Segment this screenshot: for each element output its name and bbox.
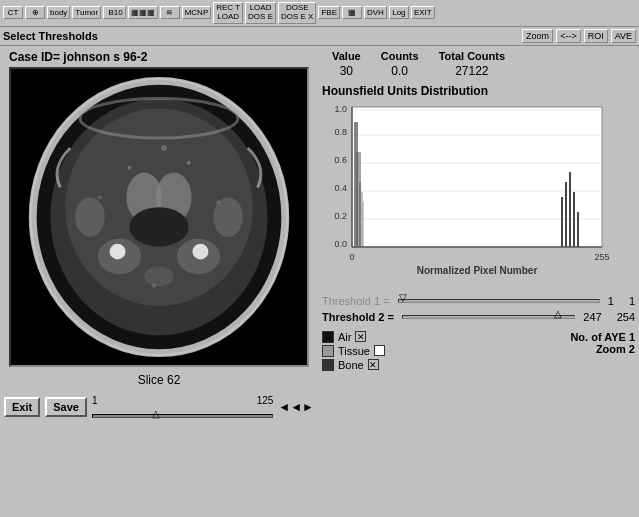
info-panel: No. of AYE 1 Zoom 2 — [570, 331, 635, 371]
toolbar: CT ⊕ body Tumor B10 ▦▦▦ ≋ MCNP REC TLOAD… — [0, 0, 639, 46]
nav-btn[interactable]: <--> — [556, 29, 581, 43]
legend: Air ✕ Tissue Bone ✕ — [322, 331, 385, 371]
load-btn[interactable]: LOADDOS E — [245, 2, 276, 24]
slider-labels: 1 125 — [92, 395, 273, 406]
value-col: Value 30 — [332, 50, 361, 78]
value-value: 30 — [340, 64, 353, 78]
threshold1-label: Threshold 1 = — [322, 295, 390, 307]
svg-text:0.4: 0.4 — [334, 183, 347, 193]
svg-rect-22 — [352, 107, 602, 247]
plus-btn[interactable]: ⊕ — [25, 6, 45, 19]
threshold1-row: Threshold 1 = ▽ 1 1 — [322, 295, 635, 307]
body-btn[interactable]: body — [47, 6, 70, 19]
left-panel: Case ID= johnson s 96-2 — [4, 50, 314, 420]
svg-point-15 — [127, 165, 131, 169]
total-counts-header: Total Counts — [439, 50, 505, 62]
counts-header: Counts — [381, 50, 419, 62]
slider-track[interactable]: △ — [92, 414, 273, 418]
svg-text:1.0: 1.0 — [334, 104, 347, 114]
tissue-swatch — [322, 345, 334, 357]
exit-toolbar-btn[interactable]: EXIT — [411, 6, 435, 19]
svg-text:0.2: 0.2 — [334, 211, 347, 221]
ct-btn[interactable]: CT — [3, 6, 23, 19]
dose-btn[interactable]: DOSEDOS E X — [278, 2, 316, 24]
legend-tissue: Tissue — [322, 345, 385, 357]
fbe-btn[interactable]: FBE — [318, 6, 340, 19]
total-counts-col: Total Counts 27122 — [439, 50, 505, 78]
svg-point-11 — [193, 243, 209, 259]
chart-svg: 0.0 0.2 0.4 0.6 0.8 1.0 — [322, 102, 612, 292]
svg-point-20 — [152, 284, 156, 288]
dvh-btn[interactable]: DVH — [364, 6, 387, 19]
stats-row: Value 30 Counts 0.0 Total Counts 27122 — [332, 50, 635, 78]
no-of-aye: No. of AYE 1 — [570, 331, 635, 343]
svg-text:0.0: 0.0 — [334, 239, 347, 249]
svg-point-7 — [129, 207, 188, 246]
svg-rect-41 — [358, 152, 361, 247]
threshold2-values: 247 254 — [583, 311, 635, 323]
grid-btn[interactable]: ▦▦▦ — [128, 6, 158, 19]
bone-checkbox[interactable]: ✕ — [368, 359, 379, 370]
bone-swatch — [322, 359, 334, 371]
main-content: Case ID= johnson s 96-2 — [0, 46, 639, 424]
threshold1-triangle[interactable]: ▽ — [399, 292, 407, 303]
svg-rect-40 — [354, 122, 358, 247]
svg-text:0: 0 — [349, 252, 354, 262]
chart-container: 0.0 0.2 0.4 0.6 0.8 1.0 — [322, 102, 612, 292]
svg-text:Normalized Pixel Number: Normalized Pixel Number — [417, 265, 538, 276]
arrow-buttons[interactable]: ◄◄► — [278, 400, 314, 414]
value-header: Value — [332, 50, 361, 62]
log-btn[interactable]: Log — [389, 6, 409, 19]
toolbar-row2: Select Thresholds Zoom <--> ROI AVE — [0, 27, 639, 45]
lines-btn[interactable]: ≋ — [160, 6, 180, 19]
slider-area: Exit Save 1 125 △ ◄◄► — [4, 395, 314, 420]
air-swatch — [322, 331, 334, 343]
svg-text:0.6: 0.6 — [334, 155, 347, 165]
mcnp-btn[interactable]: MCNP — [182, 6, 212, 19]
legend-bone: Bone ✕ — [322, 359, 385, 371]
case-id: Case ID= johnson s 96-2 — [9, 50, 147, 64]
ct-image-svg — [11, 69, 307, 365]
svg-text:255: 255 — [594, 252, 609, 262]
right-panel: Value 30 Counts 0.0 Total Counts 27122 H… — [322, 50, 635, 420]
threshold2-track[interactable]: △ — [402, 315, 575, 319]
threshold2-label: Threshold 2 = — [322, 311, 394, 323]
tissue-checkbox[interactable] — [374, 345, 385, 356]
total-counts-value: 27122 — [455, 64, 488, 78]
threshold2-row: Threshold 2 = △ 247 254 — [322, 311, 635, 323]
counts-col: Counts 0.0 — [381, 50, 419, 78]
zoom-btn[interactable]: Zoom — [522, 29, 553, 43]
threshold2-triangle[interactable]: △ — [554, 308, 562, 319]
tumor-btn[interactable]: Tumor — [72, 6, 101, 19]
bone-label: Bone — [338, 359, 364, 371]
air-label: Air — [338, 331, 351, 343]
exit-button[interactable]: Exit — [4, 397, 40, 417]
bottom-right: Air ✕ Tissue Bone ✕ No. of AYE 1 Zoom 2 — [322, 331, 635, 371]
threshold2-val1: 247 — [583, 311, 601, 323]
svg-point-13 — [75, 197, 105, 236]
svg-point-12 — [144, 266, 174, 286]
svg-point-17 — [98, 195, 102, 199]
air-checkbox[interactable]: ✕ — [355, 331, 366, 342]
slider-max: 125 — [257, 395, 274, 406]
slider-container: 1 125 △ — [92, 395, 273, 420]
roi-btn[interactable]: ROI — [584, 29, 608, 43]
b10-btn[interactable]: B10 — [103, 6, 125, 19]
svg-point-10 — [110, 243, 126, 259]
svg-point-18 — [216, 200, 220, 204]
svg-text:0.8: 0.8 — [334, 127, 347, 137]
tissue-label: Tissue — [338, 345, 370, 357]
save-button[interactable]: Save — [45, 397, 87, 417]
svg-rect-42 — [361, 192, 363, 247]
threshold1-val1: 1 — [608, 295, 614, 307]
ct-scan-image — [9, 67, 309, 367]
threshold1-val2: 1 — [629, 295, 635, 307]
slider-thumb[interactable]: △ — [152, 408, 160, 419]
grid2-btn[interactable]: ▦ — [342, 6, 362, 19]
svg-point-19 — [161, 145, 167, 151]
toolbar-row1: CT ⊕ body Tumor B10 ▦▦▦ ≋ MCNP REC TLOAD… — [0, 0, 639, 27]
threshold1-track[interactable]: ▽ — [398, 299, 600, 303]
ave-btn[interactable]: AVE — [611, 29, 636, 43]
rec-load-btn[interactable]: REC TLOAD — [213, 2, 243, 24]
counts-value: 0.0 — [391, 64, 408, 78]
